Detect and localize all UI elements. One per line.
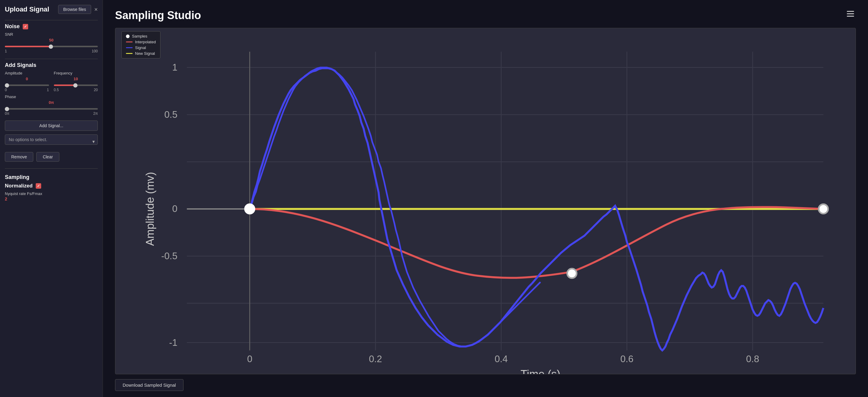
svg-point-29 (819, 204, 828, 213)
noise-title-text: Noise (5, 23, 20, 30)
phase-max: 2π (93, 112, 98, 116)
legend-samples-label: Samples (132, 34, 148, 38)
svg-text:0.8: 0.8 (746, 354, 759, 364)
menu-bar-1 (847, 11, 854, 12)
legend-new-signal-line (126, 53, 133, 54)
remove-clear-row: Remove Clear (5, 152, 98, 162)
divider-1 (5, 20, 98, 20)
phase-minmax: 0π 2π (5, 112, 98, 116)
remove-button[interactable]: Remove (5, 152, 33, 162)
legend-new-signal: New Signal (126, 51, 156, 56)
amp-freq-row: Amplitude 0 0 1 Frequency 10 0.5 20 (5, 71, 98, 92)
add-signals-title-text: Add Signals (5, 62, 36, 68)
sampling-title-text: Sampling (5, 174, 29, 181)
upload-signal-title: Upload Signal (5, 5, 49, 13)
amplitude-max: 1 (47, 88, 49, 92)
normalized-label: Normalized (5, 183, 33, 189)
chart-legend: Samples Interpolated Signal New Signal (121, 31, 160, 58)
snr-max: 100 (92, 49, 98, 53)
frequency-min: 0.5 (54, 88, 59, 92)
chart-container: 1 0.5 0 -0.5 -1 0 0.2 0.4 0.6 0.8 Time (… (115, 28, 856, 374)
nyquist-value: 2 (5, 196, 98, 202)
sampling-section: Sampling Normalized Nyquist rate Fs/Fmax… (5, 174, 98, 202)
svg-text:1: 1 (172, 62, 178, 73)
svg-text:Amplitude (mv): Amplitude (mv) (144, 172, 156, 246)
amplitude-minmax: 0 1 (5, 88, 49, 92)
main-content: Sampling Studio (103, 0, 868, 397)
amplitude-value: 0 (26, 77, 28, 81)
snr-min: 1 (5, 49, 7, 53)
svg-point-28 (567, 269, 577, 278)
legend-interpolated: Interpolated (126, 40, 156, 44)
frequency-max: 20 (94, 88, 98, 92)
legend-signal-line (126, 47, 133, 48)
normalized-checkbox[interactable] (36, 183, 41, 189)
add-signal-button[interactable]: Add Signal... (5, 121, 98, 131)
svg-text:0.2: 0.2 (369, 354, 382, 364)
svg-text:0.5: 0.5 (164, 109, 178, 120)
phase-label: Phase (5, 94, 98, 99)
amplitude-label: Amplitude (5, 71, 49, 75)
amplitude-min: 0 (5, 88, 7, 92)
add-signals-title: Add Signals (5, 62, 98, 68)
browse-files-button[interactable]: Browse files (58, 5, 91, 14)
upload-signal-row: Upload Signal Browse files × (5, 5, 98, 14)
legend-samples: Samples (126, 34, 156, 38)
amplitude-slider[interactable] (5, 85, 49, 86)
phase-min: 0π (5, 112, 9, 116)
frequency-col: Frequency 10 0.5 20 (54, 71, 98, 92)
frequency-value: 10 (73, 77, 78, 81)
svg-point-27 (245, 204, 254, 213)
legend-interpolated-line (126, 41, 133, 42)
svg-text:0: 0 (172, 204, 178, 214)
snr-slider-container: SNR 50 1 100 (5, 32, 98, 53)
svg-text:0.6: 0.6 (620, 354, 633, 364)
svg-text:-0.5: -0.5 (161, 251, 178, 261)
download-sampled-signal-button[interactable]: Download Sampled Signal (115, 379, 183, 391)
svg-text:Time (s): Time (s) (521, 368, 560, 374)
legend-signal: Signal (126, 45, 156, 50)
legend-signal-label: Signal (135, 45, 146, 50)
snr-value: 50 (49, 38, 53, 42)
frequency-label: Frequency (54, 71, 98, 75)
signal-select-wrapper: No options to select. (5, 134, 98, 148)
signal-select[interactable]: No options to select. (5, 134, 98, 145)
snr-slider[interactable] (5, 46, 98, 47)
sidebar: Upload Signal Browse files × Noise SNR 5… (0, 0, 103, 397)
noise-checkbox[interactable] (23, 24, 28, 29)
close-button[interactable]: × (94, 6, 98, 13)
phase-slider[interactable] (5, 108, 98, 110)
frequency-slider[interactable] (54, 85, 98, 86)
phase-slider-container: Phase 0π 0π 2π (5, 94, 98, 116)
menu-icon[interactable] (845, 9, 856, 19)
menu-bar-2 (847, 13, 854, 14)
phase-value: 0π (49, 100, 54, 105)
main-header: Sampling Studio (115, 9, 856, 22)
snr-label: SNR (5, 32, 98, 37)
menu-bar-3 (847, 16, 854, 17)
divider-2 (5, 59, 98, 59)
legend-interpolated-label: Interpolated (135, 40, 156, 44)
svg-text:0: 0 (247, 354, 252, 364)
sampling-title: Sampling (5, 174, 98, 181)
amplitude-col: Amplitude 0 0 1 (5, 71, 49, 92)
chart-svg: 1 0.5 0 -0.5 -1 0 0.2 0.4 0.6 0.8 Time (… (115, 28, 856, 374)
clear-button[interactable]: Clear (36, 152, 59, 162)
noise-section-title: Noise (5, 23, 98, 30)
app-title: Sampling Studio (115, 9, 201, 22)
legend-new-signal-label: New Signal (135, 51, 155, 56)
legend-samples-dot (126, 34, 130, 38)
frequency-minmax: 0.5 20 (54, 88, 98, 92)
nyquist-label: Nyquist rate Fs/Fmax (5, 191, 98, 196)
svg-text:0.4: 0.4 (495, 354, 508, 364)
svg-text:-1: -1 (169, 337, 178, 348)
normalized-row: Normalized (5, 183, 98, 189)
snr-minmax: 1 100 (5, 49, 98, 53)
